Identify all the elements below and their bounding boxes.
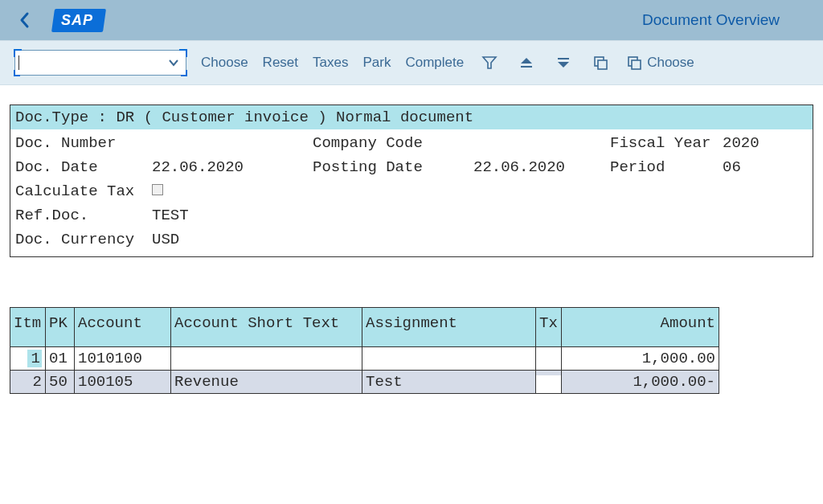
app-header: SAP Document Overview (0, 0, 823, 40)
content-area: Doc.Type : DR ( Customer invoice ) Norma… (0, 85, 823, 394)
posting-date-value: 22.06.2020 (473, 158, 610, 176)
chevron-down-icon (168, 59, 179, 67)
doc-number-label: Doc. Number (15, 134, 152, 152)
document-info-grid: Doc. Number Company Code Fiscal Year 202… (10, 129, 813, 256)
table-row[interactable]: 250100105RevenueTest1,000.00- (10, 371, 719, 394)
svg-rect-6 (598, 60, 607, 69)
currency-value: USD (152, 231, 313, 248)
text-cursor (18, 55, 19, 70)
doc-type-line: Doc.Type : DR ( Customer invoice ) Norma… (10, 105, 813, 129)
calc-tax-label: Calculate Tax (15, 182, 152, 200)
calculate-tax-checkbox[interactable] (152, 184, 163, 195)
table-row[interactable]: 10110101001,000.00 (10, 347, 719, 371)
doc-date-label: Doc. Date (15, 158, 152, 176)
doc-date-value: 22.06.2020 (152, 158, 313, 176)
svg-rect-8 (632, 60, 641, 69)
taxes-button[interactable]: Taxes (313, 55, 348, 71)
currency-label: Doc. Currency (15, 231, 152, 248)
col-short-text-header[interactable]: Account Short Text (171, 308, 362, 346)
sort-descending-icon[interactable] (552, 51, 575, 74)
toolbar-icon-group: Choose (478, 51, 694, 74)
command-dropdown[interactable] (14, 50, 186, 76)
col-pk-header[interactable]: PK (46, 308, 74, 346)
chevron-left-icon (18, 11, 31, 29)
page-title: Document Overview (642, 11, 780, 29)
toolbar: Choose Reset Taxes Park Complete Choose (0, 40, 823, 85)
sort-ascending-icon[interactable] (515, 51, 538, 74)
copy-icon[interactable] (589, 51, 612, 74)
reset-button[interactable]: Reset (263, 55, 298, 71)
back-button[interactable] (11, 6, 39, 34)
copy-icon (626, 55, 642, 71)
complete-button[interactable]: Complete (405, 55, 464, 71)
posting-date-label: Posting Date (313, 158, 473, 176)
calc-tax-value (152, 182, 313, 200)
col-itm-header[interactable]: Itm (10, 308, 45, 346)
choose-button[interactable]: Choose (201, 55, 248, 71)
fiscal-year-label: Fiscal Year (610, 134, 723, 152)
document-info-panel: Doc.Type : DR ( Customer invoice ) Norma… (10, 104, 813, 257)
line-items-table: Itm PK Account Account Short Text Assign… (10, 307, 719, 394)
fiscal-year-value: 2020 (723, 134, 811, 152)
svg-marker-1 (521, 58, 532, 64)
company-code-label: Company Code (313, 134, 473, 152)
sap-logo: SAP (51, 9, 106, 32)
choose-layout-button[interactable]: Choose (626, 55, 694, 71)
ref-doc-label: Ref.Doc. (15, 207, 152, 224)
col-amount-header[interactable]: Amount (562, 308, 719, 346)
park-button[interactable]: Park (362, 55, 391, 71)
table-body: 10110101001,000.00250100105RevenueTest1,… (10, 347, 719, 394)
period-label: Period (610, 158, 723, 176)
svg-marker-0 (483, 57, 496, 68)
svg-marker-4 (558, 62, 569, 68)
col-tx-header[interactable]: Tx (536, 308, 561, 346)
ref-doc-value: TEST (152, 207, 313, 224)
col-assignment-header[interactable]: Assignment (362, 308, 535, 346)
line-items-table-wrap: Itm PK Account Account Short Text Assign… (10, 307, 813, 394)
period-value: 06 (723, 158, 811, 176)
table-header-row: Itm PK Account Account Short Text Assign… (10, 308, 719, 347)
col-account-header[interactable]: Account (75, 308, 170, 346)
filter-icon[interactable] (478, 51, 501, 74)
